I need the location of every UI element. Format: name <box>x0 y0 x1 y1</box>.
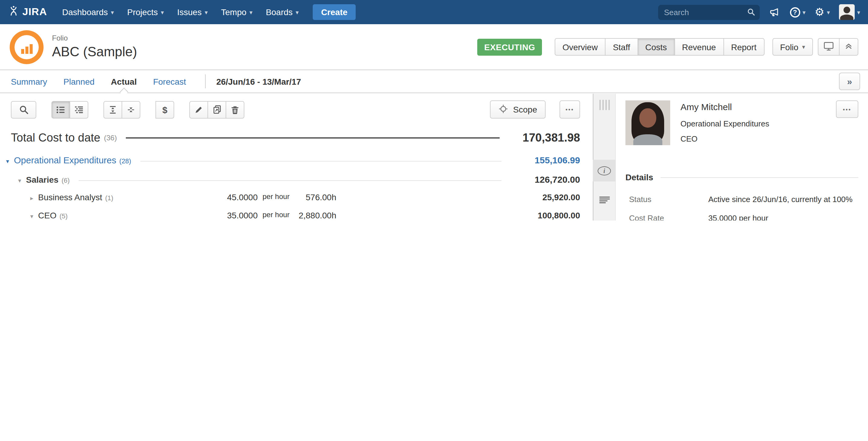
detail-label: Cost Rate <box>629 214 708 220</box>
collapse-panel-button[interactable]: » <box>839 72 860 90</box>
chevron-down-icon: ▾ <box>802 43 805 50</box>
tab-report[interactable]: Report <box>723 38 764 56</box>
details-rows: StatusActive since 26/Jun/16, currently … <box>625 195 858 220</box>
tree-list-icon[interactable] <box>69 101 88 118</box>
profile-meta: Amy Mitchell Operational Expenditures CE… <box>681 100 769 145</box>
cost-row-ceo[interactable]: ▾CEO(5)35.0000per hour2,880.00h100,800.0… <box>0 211 593 220</box>
view-link-forecast[interactable]: Forecast <box>153 76 186 86</box>
cost-row-business-analyst[interactable]: ▸Business Analyst(1)45.0000per hour576.0… <box>0 192 593 204</box>
profile-photo <box>625 100 670 145</box>
tab-staff[interactable]: Staff <box>605 38 638 56</box>
header-icon-buttons <box>818 38 858 56</box>
user-avatar <box>839 4 855 20</box>
nav-item-label: Boards <box>266 7 293 17</box>
currency-button[interactable]: $ <box>155 101 174 118</box>
collapse-triangle-icon[interactable]: ▾ <box>30 213 38 220</box>
nav-item-projects[interactable]: Projects▾ <box>121 7 170 17</box>
search-input[interactable] <box>658 4 760 20</box>
monitor-icon <box>823 41 834 53</box>
view-links: SummaryPlannedActualForecast <box>11 76 202 86</box>
nav-item-issues[interactable]: Issues▾ <box>170 7 214 17</box>
settings-menu[interactable]: ⚙▾ <box>815 7 830 18</box>
help-menu[interactable]: ?▾ <box>790 7 806 17</box>
expand-all-icon[interactable] <box>103 101 122 118</box>
cost-row-operational-expenditures[interactable]: ▾Operational Expenditures(28)155,106.99 <box>0 155 593 167</box>
presentation-mode-button[interactable] <box>818 38 840 56</box>
chevron-down-icon: ▾ <box>111 9 114 15</box>
detail-panel: Amy Mitchell Operational Expenditures CE… <box>616 94 868 220</box>
create-button[interactable]: Create <box>313 4 356 20</box>
tab-costs[interactable]: Costs <box>637 38 675 56</box>
scope-button[interactable]: Scope <box>490 100 546 119</box>
edit-pencil-icon[interactable] <box>189 101 208 118</box>
gear-icon: ⚙ <box>815 7 825 18</box>
trash-icon[interactable] <box>226 101 244 118</box>
cost-toolbar: $ Scope ••• <box>11 100 580 119</box>
nav-item-boards[interactable]: Boards▾ <box>259 7 306 17</box>
rate-unit: per hour <box>262 211 289 219</box>
folio-type-label: Folio <box>52 34 137 42</box>
flat-list-icon[interactable] <box>52 101 70 118</box>
detail-value: Active since 26/Jun/16, currently at 100… <box>708 195 852 204</box>
folio-menu-label: Folio <box>780 42 799 52</box>
collapse-all-icon[interactable] <box>122 101 140 118</box>
description-tab-icon[interactable] <box>593 189 616 211</box>
row-label: Salaries <box>26 175 58 185</box>
hours-cell: 2,880.00h <box>299 211 336 220</box>
copy-icon[interactable] <box>208 101 226 118</box>
profile-more-button[interactable]: ••• <box>836 100 858 118</box>
announcement-icon[interactable] <box>769 7 781 18</box>
row-value: 25,920.00 <box>542 192 580 202</box>
nav-item-dashboards[interactable]: Dashboards▾ <box>55 7 120 17</box>
header-actions: EXECUTING OverviewStaffCostsRevenueRepor… <box>477 38 858 56</box>
cost-rows: ▾Operational Expenditures(28)155,106.99▾… <box>0 155 593 220</box>
scope-label: Scope <box>513 105 537 114</box>
view-mode-group <box>52 101 88 118</box>
profile-name: Amy Mitchell <box>681 102 769 112</box>
app-window: JIRA Dashboards▾Projects▾Issues▾Tempo▾Bo… <box>0 0 868 220</box>
rate-cell: 35.0000 <box>227 211 258 220</box>
tab-revenue[interactable]: Revenue <box>674 38 724 56</box>
search-icon[interactable] <box>747 7 755 19</box>
row-value: 126,720.00 <box>510 174 580 185</box>
folio-menu-button[interactable]: Folio▾ <box>772 38 813 56</box>
chevron-down-icon: ▾ <box>161 9 164 15</box>
row-value: 100,800.00 <box>538 211 580 220</box>
detail-value: 35.0000 per hour <box>708 214 768 220</box>
view-link-planned[interactable]: Planned <box>63 76 95 86</box>
date-range[interactable]: 26/Jun/16 - 13/Mar/17 <box>216 76 301 86</box>
profile-card: Amy Mitchell Operational Expenditures CE… <box>625 100 858 145</box>
collapse-triangle-icon[interactable]: ▾ <box>18 177 26 184</box>
nav-item-tempo[interactable]: Tempo▾ <box>214 7 259 17</box>
row-label: Operational Expenditures <box>14 155 117 165</box>
cost-row-salaries[interactable]: ▾Salaries(6)126,720.00 <box>0 174 593 186</box>
row-count: (5) <box>60 212 68 220</box>
drag-handle[interactable] <box>599 100 610 110</box>
more-options-button[interactable]: ••• <box>559 100 580 119</box>
header-tabs: OverviewStaffCostsRevenueReport <box>555 38 765 56</box>
details-tab-icon[interactable]: i <box>593 160 616 182</box>
profile-group: Operational Expenditures <box>681 119 769 128</box>
topnav-right: ?▾ ⚙▾ ▾ <box>658 4 860 20</box>
user-menu[interactable]: ▾ <box>839 4 860 20</box>
collapse-triangle-icon[interactable]: ▾ <box>6 158 14 164</box>
nav-item-label: Dashboards <box>62 7 108 17</box>
row-count: (1) <box>105 194 114 201</box>
jira-logo[interactable]: JIRA <box>8 5 47 19</box>
calendar-tab-icon[interactable] <box>593 219 616 220</box>
search-button[interactable] <box>11 101 36 118</box>
collapse-header-button[interactable] <box>839 38 858 56</box>
expand-triangle-icon[interactable]: ▸ <box>30 195 38 201</box>
jira-logo-icon <box>8 5 19 19</box>
tab-overview[interactable]: Overview <box>555 38 606 56</box>
hours-cell: 576.00h <box>306 192 336 202</box>
row-rule <box>79 180 501 181</box>
crosshair-icon <box>499 104 508 115</box>
view-link-actual[interactable]: Actual <box>111 76 137 86</box>
folio-titles: Folio ABC (Sample) <box>52 34 137 60</box>
cost-content: $ Scope ••• Total Cost to date (36) 170,… <box>0 94 593 220</box>
detail-row-cost-rate: Cost Rate35.0000 per hour <box>625 214 858 220</box>
view-subnav: SummaryPlannedActualForecast 26/Jun/16 -… <box>0 70 868 93</box>
nav-item-label: Tempo <box>221 7 247 17</box>
view-link-summary[interactable]: Summary <box>11 76 47 86</box>
